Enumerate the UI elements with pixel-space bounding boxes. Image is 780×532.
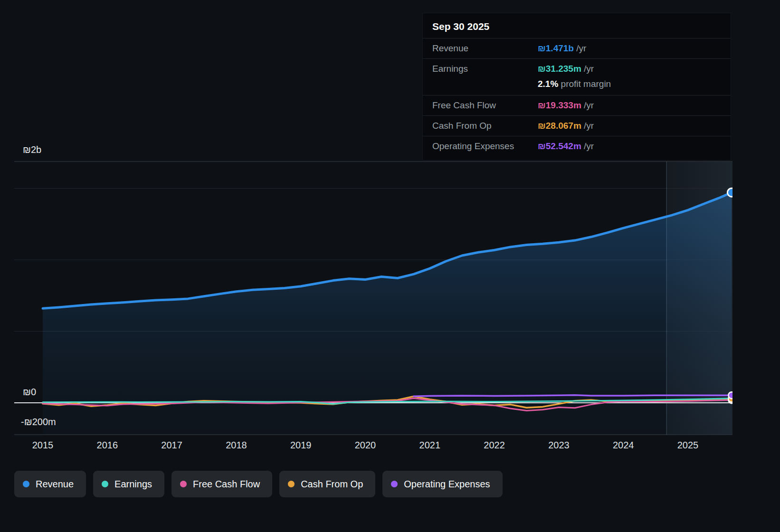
- tooltip-row-value-cell: ₪19.333m /yr: [538, 100, 721, 111]
- chart-tooltip: Sep 30 2025 Revenue₪1.471b /yrEarnings₪3…: [423, 13, 731, 160]
- legend-dot-icon: [391, 481, 398, 487]
- tooltip-row-profit-margin: 2.1% profit margin: [423, 79, 731, 95]
- legend-dot-icon: [288, 481, 295, 487]
- tooltip-row-suffix: /yr: [581, 100, 594, 110]
- legend-item-cash-from-op[interactable]: Cash From Op: [279, 471, 375, 497]
- tooltip-row-cash-from-op: Cash From Op₪28.067m /yr: [423, 115, 731, 136]
- tooltip-row-value: ₪52.542m: [538, 141, 581, 151]
- legend-item-revenue[interactable]: Revenue: [14, 471, 86, 497]
- tooltip-row-free-cash-flow: Free Cash Flow₪19.333m /yr: [423, 95, 731, 115]
- chart-legend: RevenueEarningsFree Cash FlowCash From O…: [14, 471, 503, 497]
- tooltip-row-label: Earnings: [432, 64, 538, 74]
- y-axis-label-zero: ₪0: [23, 387, 36, 398]
- tooltip-row-value: 2.1%: [538, 79, 558, 89]
- tooltip-row-value-cell: ₪31.235m /yr: [538, 64, 721, 74]
- tooltip-row-label: Free Cash Flow: [432, 100, 538, 111]
- legend-dot-icon: [180, 481, 187, 487]
- tooltip-row-suffix: /yr: [574, 43, 586, 53]
- tooltip-row-suffix: /yr: [581, 141, 594, 151]
- x-tick-2022: 2022: [484, 440, 505, 451]
- tooltip-date: Sep 30 2025: [423, 13, 731, 38]
- legend-label: Operating Expenses: [404, 479, 490, 490]
- legend-item-free-cash-flow[interactable]: Free Cash Flow: [171, 471, 272, 497]
- tooltip-row-value-cell: ₪28.067m /yr: [538, 121, 721, 131]
- tooltip-row-value: ₪28.067m: [538, 121, 581, 131]
- tooltip-row-label: Operating Expenses: [432, 141, 538, 152]
- x-tick-2015: 2015: [32, 440, 54, 451]
- tooltip-row-value: ₪1.471b: [538, 43, 574, 53]
- x-tick-2019: 2019: [290, 440, 312, 451]
- legend-dot-icon: [23, 481, 29, 487]
- x-tick-2020: 2020: [355, 440, 376, 451]
- tooltip-row-suffix: profit margin: [558, 79, 611, 89]
- tooltip-rows: Revenue₪1.471b /yrEarnings₪31.235m /yr2.…: [423, 38, 731, 156]
- x-tick-2024: 2024: [613, 440, 634, 451]
- tooltip-row-earnings: Earnings₪31.235m /yr: [423, 58, 731, 79]
- tooltip-row-label: Revenue: [432, 43, 538, 54]
- legend-item-earnings[interactable]: Earnings: [93, 471, 164, 497]
- legend-label: Free Cash Flow: [193, 479, 260, 490]
- tooltip-row-value-cell: ₪52.542m /yr: [538, 141, 721, 152]
- financials-chart-page: Sep 30 2025 Revenue₪1.471b /yrEarnings₪3…: [0, 0, 780, 532]
- legend-label: Cash From Op: [301, 479, 363, 490]
- x-tick-2023: 2023: [548, 440, 570, 451]
- x-tick-2017: 2017: [161, 440, 182, 451]
- tooltip-row-value-cell: ₪1.471b /yr: [538, 43, 721, 54]
- tooltip-row-label: Cash From Op: [432, 121, 538, 131]
- tooltip-row-suffix: /yr: [581, 64, 594, 74]
- tooltip-row-value: ₪31.235m: [538, 64, 581, 74]
- x-tick-2025: 2025: [677, 440, 699, 451]
- x-tick-2016: 2016: [97, 440, 118, 451]
- tooltip-row-revenue: Revenue₪1.471b /yr: [423, 38, 731, 58]
- tooltip-row-operating-expenses: Operating Expenses₪52.542m /yr: [423, 136, 731, 156]
- tooltip-row-value-cell: 2.1% profit margin: [538, 79, 721, 89]
- x-tick-2018: 2018: [226, 440, 247, 451]
- y-axis-label-neg200m: -₪200m: [21, 417, 56, 428]
- legend-item-operating-expenses[interactable]: Operating Expenses: [382, 471, 502, 497]
- legend-dot-icon: [102, 481, 108, 487]
- y-axis-label-2b: ₪2b: [23, 144, 41, 155]
- legend-label: Revenue: [36, 479, 74, 490]
- tooltip-row-suffix: /yr: [581, 121, 594, 131]
- x-tick-2021: 2021: [419, 440, 441, 451]
- tooltip-row-value: ₪19.333m: [538, 100, 581, 110]
- legend-label: Earnings: [114, 479, 152, 490]
